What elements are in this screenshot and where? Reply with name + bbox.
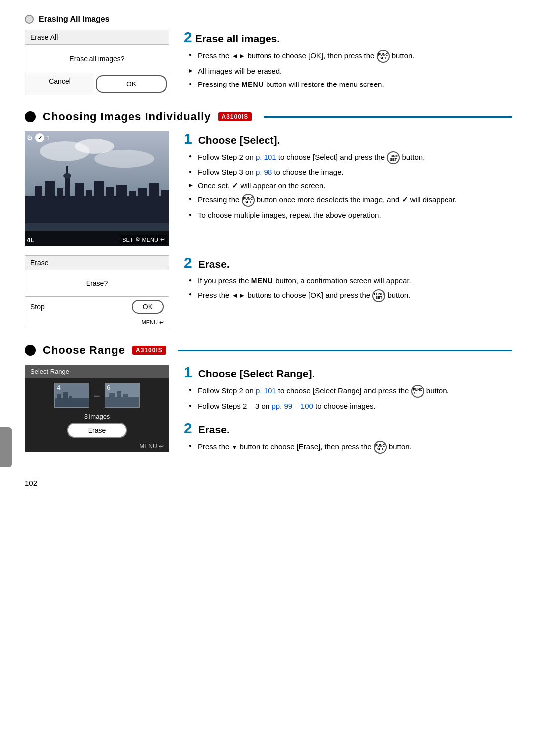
erasing-all-images-title: Erasing All Images (39, 15, 110, 24)
svg-rect-19 (161, 190, 169, 211)
camera-controls: SET ⚙ MENU ↩ (120, 235, 167, 244)
range-step1: 1 Choose [Select Range]. Follow Step 2 o… (184, 365, 512, 411)
range-section-line (178, 350, 512, 351)
range-badge: A3100IS (132, 346, 166, 355)
sidebar-tab (0, 427, 12, 467)
step2-erase-content: 2 Erase. If you press the MENU button, a… (184, 255, 512, 329)
menu-back-label: MENU ↩ (142, 319, 164, 325)
range-num-right: 6 (107, 384, 111, 391)
section-divider-line (264, 116, 512, 118)
menu-text-2: MENU (251, 277, 273, 285)
bullet-2: All images will be erased. (189, 66, 512, 76)
choosing-individually-section: Choosing Images Individually A3100IS (25, 110, 512, 329)
svg-rect-24 (57, 394, 61, 403)
range-step1-row: Select Range 4 (25, 365, 512, 464)
range-menu-back: MENU ↩ (25, 441, 169, 452)
range-dialog-title: Select Range (25, 365, 169, 378)
camera-count: 1 (46, 134, 50, 142)
stop-label: Stop (30, 303, 45, 311)
svg-rect-18 (149, 183, 159, 211)
step2-title: 2 Erase all images. (184, 30, 512, 45)
link-p101[interactable]: p. 101 (256, 153, 276, 161)
erasing-all-images-header: Erasing All Images (25, 15, 512, 24)
range-erase-button[interactable]: Erase (67, 423, 127, 438)
link-p98[interactable]: p. 98 (256, 168, 272, 176)
range-thumb-right: 6 (105, 383, 140, 408)
menu-label: MENU (142, 237, 158, 243)
func-set-icon-range1: FUNC SET (411, 385, 424, 398)
step1-num: 1 (184, 131, 192, 146)
camera-quality: 4L (27, 236, 34, 244)
camera-screen: ⚙ ✓ 1 4L SET ⚙ MENU ↩ (25, 131, 169, 246)
a3100is-badge: A3100IS (218, 112, 252, 121)
indiv-bullet-3: Once set, ✓ will appear on the screen. (189, 180, 512, 191)
back-icon: ↩ (160, 236, 165, 243)
range-menu-label: MENU ↩ (139, 443, 164, 450)
erasing-all-images-section: Erase All Erase all images? Cancel OK 2 … (25, 30, 512, 95)
ok-pill-button[interactable]: OK (132, 300, 164, 314)
range-step1-num: 1 (184, 365, 192, 380)
step1-content: 1 Choose [Select]. Follow Step 2 on p. 1… (184, 131, 512, 246)
range-step1-title-row: 1 Choose [Select Range]. (184, 365, 512, 380)
erase-dialog: Erase Erase? Stop OK MENU ↩ (25, 255, 169, 329)
link-p101-range[interactable]: p. 101 (256, 386, 276, 395)
bullet-1: Press the ◄► buttons to choose [OK], the… (189, 50, 512, 63)
range-step2: 2 Erase. Press the ▼ button to choose [E… (184, 421, 512, 454)
range-dialog-container: Select Range 4 (25, 365, 169, 464)
func-set-icon-3: FUNC SET (372, 289, 385, 302)
erase-all-dialog: Erase All Erase all images? Cancel OK (25, 30, 169, 95)
step2-label: Erase all images. (195, 33, 280, 45)
page-number: 102 (25, 479, 512, 487)
step2-erase-bullets: If you press the MENU button, a confirma… (189, 275, 512, 302)
down-arrow-icon: ▼ (232, 444, 238, 451)
svg-rect-17 (138, 188, 147, 211)
svg-rect-6 (45, 181, 55, 211)
erase-dialog-container: Erase Erase? Stop OK MENU ↩ (25, 255, 169, 329)
ok-button[interactable]: OK (96, 75, 167, 93)
func-set-icon-range2: FUNC SET (374, 441, 387, 454)
select-range-dialog: Select Range 4 (25, 365, 169, 452)
svg-rect-31 (123, 394, 128, 402)
range-section-bullet (25, 345, 36, 356)
range-step2-label: Erase. (198, 424, 230, 436)
svg-rect-26 (69, 396, 72, 403)
func-set-button-icon: FUNC SET (377, 50, 390, 63)
set-label: SET (122, 237, 133, 243)
choose-range-title: Choose Range (43, 344, 125, 357)
camera-mode-icon: ⚙ (27, 134, 33, 142)
step2-row: Erase Erase? Stop OK MENU ↩ 2 Erase. (25, 255, 512, 329)
svg-rect-29 (109, 393, 115, 402)
arrow-lr-icon: ◄► (232, 52, 246, 60)
camera-overlay-top: ⚙ ✓ 1 (27, 133, 50, 142)
camera-checkmark: ✓ (35, 133, 44, 142)
choose-range-header: Choose Range A3100IS (25, 344, 512, 357)
erase-all-step2: 2 Erase all images. Press the ◄► buttons… (184, 30, 512, 95)
func-set-icon-2: FUNC SET (242, 194, 255, 207)
erase-all-dialog-buttons: Cancel OK (25, 73, 169, 95)
range-step2-num: 2 (184, 421, 192, 436)
link-pp99[interactable]: pp. 99 (271, 402, 292, 410)
step1-bullets: Follow Step 2 on p. 101 to choose [Selec… (189, 151, 512, 220)
indiv-bullet-1: Follow Step 2 on p. 101 to choose [Selec… (189, 151, 512, 164)
cancel-button[interactable]: Cancel (25, 73, 94, 95)
choose-range-section: Choose Range A3100IS Select Range 4 (25, 344, 512, 464)
range-step2-title-row: 2 Erase. (184, 421, 512, 436)
svg-point-3 (75, 139, 114, 154)
menu-text: MENU (242, 81, 264, 88)
range-bullet-1: Follow Step 2 on p. 101 to choose [Selec… (189, 385, 512, 398)
step1-title-row: 1 Choose [Select]. (184, 131, 512, 146)
camera-screen-inner: ⚙ ✓ 1 4L SET ⚙ MENU ↩ (25, 131, 169, 246)
erase-dialog-buttons: Stop OK (25, 296, 169, 317)
range-steps-content: 1 Choose [Select Range]. Follow Step 2 o… (184, 365, 512, 464)
svg-rect-16 (129, 191, 136, 211)
step2-num: 2 (184, 30, 192, 45)
erase-all-dialog-body: Erase all images? (25, 45, 169, 73)
link-p100[interactable]: 100 (301, 402, 313, 410)
range-count: 3 images (25, 413, 169, 423)
svg-rect-25 (63, 392, 68, 403)
indiv-bullet-5: To choose multiple images, repeat the ab… (189, 210, 512, 220)
indiv-bullet-2: Follow Step 3 on p. 98 to choose the ima… (189, 167, 512, 177)
svg-rect-7 (57, 188, 63, 211)
wrench-icon: ⚙ (135, 236, 140, 243)
erase-dialog-title: Erase (25, 256, 169, 270)
